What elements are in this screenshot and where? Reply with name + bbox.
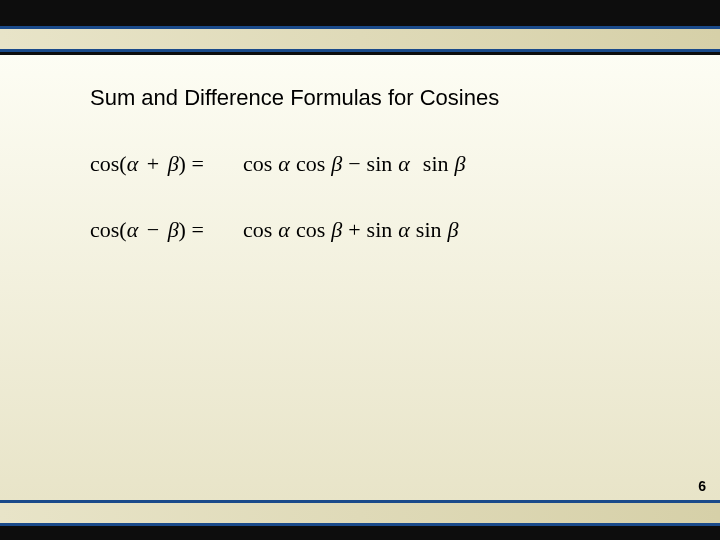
cos1: cos xyxy=(243,151,272,177)
op-plus: + xyxy=(147,151,159,176)
alpha: α xyxy=(278,151,290,177)
close-eq: ) = xyxy=(179,217,204,242)
beta: β xyxy=(448,217,459,243)
sin1: sin xyxy=(367,217,393,243)
close-eq: ) = xyxy=(179,151,204,176)
alpha: α xyxy=(398,151,410,177)
cos1: cos xyxy=(243,217,272,243)
op-minus: − xyxy=(348,151,360,177)
alpha: α xyxy=(127,151,139,176)
bottom-accent-bar xyxy=(0,500,720,526)
lhs-diff: cos(α − β) = xyxy=(90,217,240,243)
op-minus: − xyxy=(147,217,159,242)
beta: β xyxy=(455,151,466,177)
beta: β xyxy=(331,151,342,177)
fn-cos: cos( xyxy=(90,151,127,176)
beta: β xyxy=(168,217,179,242)
alpha: α xyxy=(278,217,290,243)
sin1: sin xyxy=(367,151,393,177)
beta: β xyxy=(168,151,179,176)
lhs-sum: cos(α + β) = xyxy=(90,151,240,177)
page-number: 6 xyxy=(698,478,706,494)
slide-content: Sum and Difference Formulas for Cosines … xyxy=(0,55,720,500)
formula-sum: cos(α + β) = cos α cos β − sin α sin β xyxy=(90,151,630,177)
sin2: sin xyxy=(416,217,442,243)
beta: β xyxy=(331,217,342,243)
sin2: sin xyxy=(423,151,449,177)
alpha: α xyxy=(127,217,139,242)
formula-diff: cos(α − β) = cos α cos β + sin α sin β xyxy=(90,217,630,243)
slide-title: Sum and Difference Formulas for Cosines xyxy=(90,85,630,111)
alpha: α xyxy=(398,217,410,243)
cos2: cos xyxy=(296,151,325,177)
cos2: cos xyxy=(296,217,325,243)
fn-cos: cos( xyxy=(90,217,127,242)
top-accent-bar xyxy=(0,26,720,52)
op-plus: + xyxy=(348,217,360,243)
slide: Sum and Difference Formulas for Cosines … xyxy=(0,0,720,540)
